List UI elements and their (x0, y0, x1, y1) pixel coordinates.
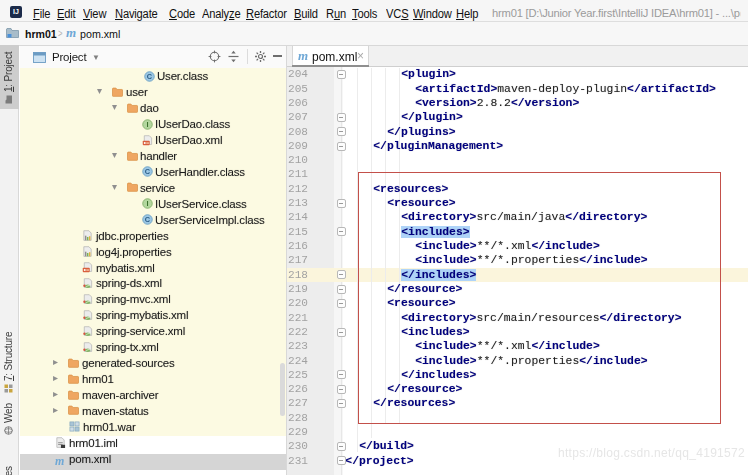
svg-text:C: C (147, 72, 153, 81)
svg-text:I: I (146, 120, 148, 129)
svg-text:C: C (145, 168, 151, 177)
svg-text:C: C (145, 215, 151, 224)
svg-text:I: I (146, 199, 148, 208)
